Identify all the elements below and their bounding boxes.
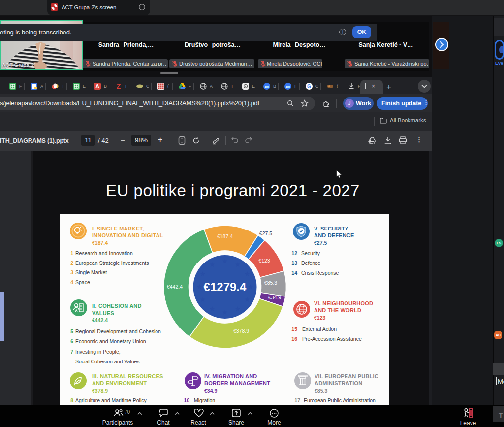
svg-text:zm: zm — [285, 85, 290, 88]
svg-text:€34.9: €34.9 — [268, 295, 281, 300]
svg-text:€378.9: €378.9 — [233, 328, 249, 334]
svg-text:€1279.4: €1279.4 — [204, 280, 247, 294]
svg-text:€187.4: €187.4 — [217, 233, 233, 239]
svg-text:zm: zm — [264, 85, 269, 88]
svg-text:€442.4: €442.4 — [167, 284, 183, 290]
svg-text:G: G — [307, 84, 311, 89]
svg-text:A: A — [95, 83, 99, 89]
svg-text:€123: €123 — [258, 258, 270, 263]
svg-text:€85.3: €85.3 — [264, 280, 277, 286]
svg-text:€27.5: €27.5 — [259, 230, 272, 236]
svg-text:Z: Z — [117, 82, 121, 90]
